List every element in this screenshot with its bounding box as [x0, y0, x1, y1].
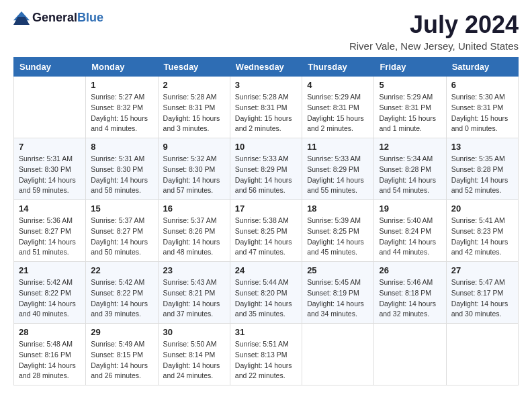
calendar-cell: 21Sunrise: 5:42 AMSunset: 8:22 PMDayligh… — [14, 262, 86, 324]
calendar-cell: 9Sunrise: 5:32 AMSunset: 8:30 PMDaylight… — [158, 138, 230, 200]
calendar-cell: 25Sunrise: 5:45 AMSunset: 8:19 PMDayligh… — [302, 262, 374, 324]
calendar-cell: 17Sunrise: 5:38 AMSunset: 8:25 PMDayligh… — [230, 200, 302, 262]
day-number: 11 — [307, 142, 369, 152]
day-detail: Sunrise: 5:51 AMSunset: 8:13 PMDaylight:… — [235, 339, 297, 381]
logo: GeneralBlue — [13, 11, 103, 25]
day-detail: Sunrise: 5:46 AMSunset: 8:18 PMDaylight:… — [379, 277, 441, 320]
day-number: 15 — [91, 203, 152, 214]
main-title: July 2024 — [349, 11, 519, 39]
day-number: 7 — [19, 142, 81, 152]
calendar-header-sunday: Sunday — [14, 58, 86, 77]
calendar-week-row: 28Sunrise: 5:48 AMSunset: 8:16 PMDayligh… — [14, 324, 519, 385]
day-number: 18 — [307, 203, 369, 214]
day-detail: Sunrise: 5:33 AMSunset: 8:29 PMDaylight:… — [235, 154, 297, 196]
calendar-cell: 15Sunrise: 5:37 AMSunset: 8:27 PMDayligh… — [86, 200, 158, 262]
calendar-cell: 31Sunrise: 5:51 AMSunset: 8:13 PMDayligh… — [230, 324, 302, 385]
calendar-cell: 23Sunrise: 5:43 AMSunset: 8:21 PMDayligh… — [158, 262, 230, 324]
day-detail: Sunrise: 5:31 AMSunset: 8:30 PMDaylight:… — [91, 154, 152, 196]
day-detail: Sunrise: 5:42 AMSunset: 8:22 PMDaylight:… — [91, 277, 152, 320]
day-detail: Sunrise: 5:38 AMSunset: 8:25 PMDaylight:… — [235, 216, 297, 258]
calendar-cell — [302, 324, 374, 385]
day-detail: Sunrise: 5:27 AMSunset: 8:32 PMDaylight:… — [91, 92, 152, 134]
calendar-cell: 12Sunrise: 5:34 AMSunset: 8:28 PMDayligh… — [374, 138, 446, 200]
day-number: 4 — [307, 80, 369, 90]
day-detail: Sunrise: 5:32 AMSunset: 8:30 PMDaylight:… — [163, 154, 225, 196]
day-detail: Sunrise: 5:30 AMSunset: 8:31 PMDaylight:… — [451, 92, 513, 134]
calendar-cell: 26Sunrise: 5:46 AMSunset: 8:18 PMDayligh… — [374, 262, 446, 324]
logo-general: General — [32, 11, 77, 24]
day-detail: Sunrise: 5:37 AMSunset: 8:26 PMDaylight:… — [163, 216, 225, 258]
calendar-cell: 18Sunrise: 5:39 AMSunset: 8:25 PMDayligh… — [302, 200, 374, 262]
calendar-header-row: SundayMondayTuesdayWednesdayThursdayFrid… — [14, 58, 519, 77]
calendar-cell: 27Sunrise: 5:47 AMSunset: 8:17 PMDayligh… — [446, 262, 518, 324]
calendar-header-saturday: Saturday — [446, 58, 518, 77]
calendar-header-tuesday: Tuesday — [158, 58, 230, 77]
day-detail: Sunrise: 5:42 AMSunset: 8:22 PMDaylight:… — [19, 277, 81, 320]
subtitle: River Vale, New Jersey, United States — [349, 40, 519, 52]
calendar-header-monday: Monday — [86, 58, 158, 77]
calendar-cell: 29Sunrise: 5:49 AMSunset: 8:15 PMDayligh… — [86, 324, 158, 385]
calendar-cell — [446, 324, 518, 385]
day-number: 9 — [163, 142, 225, 152]
day-detail: Sunrise: 5:48 AMSunset: 8:16 PMDaylight:… — [19, 339, 81, 381]
calendar-cell: 28Sunrise: 5:48 AMSunset: 8:16 PMDayligh… — [14, 324, 86, 385]
calendar-cell: 11Sunrise: 5:33 AMSunset: 8:29 PMDayligh… — [302, 138, 374, 200]
day-number: 30 — [163, 327, 225, 337]
header: GeneralBlue July 2024 River Vale, New Je… — [13, 11, 519, 52]
calendar-cell: 10Sunrise: 5:33 AMSunset: 8:29 PMDayligh… — [230, 138, 302, 200]
day-detail: Sunrise: 5:43 AMSunset: 8:21 PMDaylight:… — [163, 277, 225, 320]
calendar-cell: 19Sunrise: 5:40 AMSunset: 8:24 PMDayligh… — [374, 200, 446, 262]
day-detail: Sunrise: 5:40 AMSunset: 8:24 PMDaylight:… — [379, 216, 441, 258]
day-number: 6 — [451, 80, 513, 90]
calendar-cell: 4Sunrise: 5:29 AMSunset: 8:31 PMDaylight… — [302, 77, 374, 138]
calendar-cell: 24Sunrise: 5:44 AMSunset: 8:20 PMDayligh… — [230, 262, 302, 324]
day-detail: Sunrise: 5:45 AMSunset: 8:19 PMDaylight:… — [307, 277, 369, 320]
day-number: 10 — [235, 142, 297, 152]
calendar-cell: 16Sunrise: 5:37 AMSunset: 8:26 PMDayligh… — [158, 200, 230, 262]
day-detail: Sunrise: 5:31 AMSunset: 8:30 PMDaylight:… — [19, 154, 81, 196]
day-detail: Sunrise: 5:37 AMSunset: 8:27 PMDaylight:… — [91, 216, 152, 258]
day-number: 1 — [91, 80, 152, 90]
day-detail: Sunrise: 5:29 AMSunset: 8:31 PMDaylight:… — [379, 92, 441, 134]
logo-blue: Blue — [77, 11, 103, 24]
calendar-cell: 3Sunrise: 5:28 AMSunset: 8:31 PMDaylight… — [230, 77, 302, 138]
logo-icon — [13, 11, 30, 25]
calendar-cell: 2Sunrise: 5:28 AMSunset: 8:31 PMDaylight… — [158, 77, 230, 138]
calendar-cell: 20Sunrise: 5:41 AMSunset: 8:23 PMDayligh… — [446, 200, 518, 262]
calendar-cell: 5Sunrise: 5:29 AMSunset: 8:31 PMDaylight… — [374, 77, 446, 138]
calendar-cell: 1Sunrise: 5:27 AMSunset: 8:32 PMDaylight… — [86, 77, 158, 138]
day-number: 21 — [19, 265, 81, 275]
day-number: 25 — [307, 265, 369, 275]
calendar-header-wednesday: Wednesday — [230, 58, 302, 77]
day-number: 5 — [379, 80, 441, 90]
day-number: 28 — [19, 327, 81, 337]
calendar-header-friday: Friday — [374, 58, 446, 77]
calendar-cell: 8Sunrise: 5:31 AMSunset: 8:30 PMDaylight… — [86, 138, 158, 200]
calendar-cell: 30Sunrise: 5:50 AMSunset: 8:14 PMDayligh… — [158, 324, 230, 385]
calendar-header-thursday: Thursday — [302, 58, 374, 77]
calendar-week-row: 14Sunrise: 5:36 AMSunset: 8:27 PMDayligh… — [14, 200, 519, 262]
day-detail: Sunrise: 5:44 AMSunset: 8:20 PMDaylight:… — [235, 277, 297, 320]
day-detail: Sunrise: 5:34 AMSunset: 8:28 PMDaylight:… — [379, 154, 441, 196]
day-detail: Sunrise: 5:28 AMSunset: 8:31 PMDaylight:… — [235, 92, 297, 134]
day-number: 17 — [235, 203, 297, 214]
calendar-cell — [374, 324, 446, 385]
day-detail: Sunrise: 5:47 AMSunset: 8:17 PMDaylight:… — [451, 277, 513, 320]
calendar-week-row: 7Sunrise: 5:31 AMSunset: 8:30 PMDaylight… — [14, 138, 519, 200]
title-area: July 2024 River Vale, New Jersey, United… — [349, 11, 519, 52]
day-number: 19 — [379, 203, 441, 214]
day-number: 31 — [235, 327, 297, 337]
day-number: 26 — [379, 265, 441, 275]
day-number: 3 — [235, 80, 297, 90]
day-number: 16 — [163, 203, 225, 214]
calendar-cell: 6Sunrise: 5:30 AMSunset: 8:31 PMDaylight… — [446, 77, 518, 138]
calendar-cell: 7Sunrise: 5:31 AMSunset: 8:30 PMDaylight… — [14, 138, 86, 200]
day-number: 27 — [451, 265, 513, 275]
day-detail: Sunrise: 5:49 AMSunset: 8:15 PMDaylight:… — [91, 339, 152, 381]
day-detail: Sunrise: 5:29 AMSunset: 8:31 PMDaylight:… — [307, 92, 369, 134]
day-detail: Sunrise: 5:36 AMSunset: 8:27 PMDaylight:… — [19, 216, 81, 258]
calendar-cell: 13Sunrise: 5:35 AMSunset: 8:28 PMDayligh… — [446, 138, 518, 200]
day-detail: Sunrise: 5:33 AMSunset: 8:29 PMDaylight:… — [307, 154, 369, 196]
day-number: 2 — [163, 80, 225, 90]
calendar-week-row: 1Sunrise: 5:27 AMSunset: 8:32 PMDaylight… — [14, 77, 519, 138]
